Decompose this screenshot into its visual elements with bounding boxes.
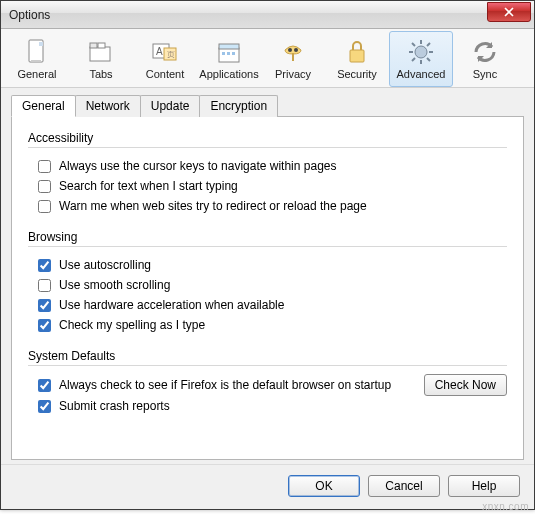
close-icon — [504, 7, 514, 17]
category-privacy[interactable]: Privacy — [261, 31, 325, 87]
svg-rect-1 — [31, 60, 41, 62]
window-title: Options — [9, 8, 487, 22]
default-browser-row: Always check to see if Firefox is the de… — [28, 374, 507, 396]
svg-point-19 — [415, 46, 427, 58]
close-button[interactable] — [487, 2, 531, 22]
checkbox[interactable] — [38, 160, 51, 173]
svg-line-27 — [412, 58, 415, 61]
checkbox-label: Use hardware acceleration when available — [59, 298, 284, 312]
category-sync[interactable]: Sync — [453, 31, 517, 87]
svg-rect-17 — [292, 53, 294, 61]
applications-icon — [215, 38, 243, 66]
opt-crash-reports[interactable]: Submit crash reports — [28, 396, 507, 416]
general-icon — [23, 38, 51, 66]
opt-smooth-scroll[interactable]: Use smooth scrolling — [28, 275, 507, 295]
subtab-general[interactable]: General — [11, 95, 76, 117]
svg-rect-12 — [222, 52, 225, 55]
category-content[interactable]: A页 Content — [133, 31, 197, 87]
category-label: Applications — [199, 68, 258, 80]
sync-icon — [471, 38, 499, 66]
checkbox-label: Always check to see if Firefox is the de… — [59, 378, 391, 392]
category-label: Advanced — [397, 68, 446, 80]
svg-text:页: 页 — [167, 50, 175, 59]
checkbox[interactable] — [38, 180, 51, 193]
checkbox[interactable] — [38, 299, 51, 312]
content-area: General Network Update Encryption Access… — [1, 88, 534, 464]
checkbox[interactable] — [38, 319, 51, 332]
subtab-network[interactable]: Network — [75, 95, 141, 117]
svg-rect-5 — [98, 43, 105, 48]
checkbox[interactable] — [38, 259, 51, 272]
opt-hw-accel[interactable]: Use hardware acceleration when available — [28, 295, 507, 315]
checkbox[interactable] — [38, 200, 51, 213]
svg-line-26 — [427, 43, 430, 46]
tabs-icon — [87, 38, 115, 66]
group-title: Browsing — [28, 230, 507, 247]
svg-rect-3 — [90, 47, 110, 61]
category-general[interactable]: General — [5, 31, 69, 87]
svg-rect-13 — [227, 52, 230, 55]
category-security[interactable]: Security — [325, 31, 389, 87]
panel-general: Accessibility Always use the cursor keys… — [11, 116, 524, 460]
category-toolbar: General Tabs A页 Content Applications Pri… — [1, 29, 534, 88]
category-label: Content — [146, 68, 185, 80]
category-tabs[interactable]: Tabs — [69, 31, 133, 87]
subtab-update[interactable]: Update — [140, 95, 201, 117]
opt-warn-redirect[interactable]: Warn me when web sites try to redirect o… — [28, 196, 507, 216]
svg-rect-2 — [39, 42, 43, 46]
checkbox-label: Submit crash reports — [59, 399, 170, 413]
checkbox-label: Always use the cursor keys to navigate w… — [59, 159, 336, 173]
checkbox-label: Warn me when web sites try to redirect o… — [59, 199, 367, 213]
help-button[interactable]: Help — [448, 475, 520, 497]
checkbox-label: Use smooth scrolling — [59, 278, 170, 292]
checkbox[interactable] — [38, 379, 51, 392]
category-label: Tabs — [89, 68, 112, 80]
category-applications[interactable]: Applications — [197, 31, 261, 87]
category-label: Sync — [473, 68, 497, 80]
opt-autoscroll[interactable]: Use autoscrolling — [28, 255, 507, 275]
cancel-button[interactable]: Cancel — [368, 475, 440, 497]
category-label: General — [17, 68, 56, 80]
ok-button[interactable]: OK — [288, 475, 360, 497]
group-system-defaults: System Defaults Always check to see if F… — [28, 349, 507, 416]
svg-line-24 — [412, 43, 415, 46]
svg-line-25 — [427, 58, 430, 61]
check-now-button[interactable]: Check Now — [424, 374, 507, 396]
checkbox[interactable] — [38, 400, 51, 413]
svg-text:A: A — [156, 46, 163, 57]
svg-point-16 — [294, 48, 298, 52]
dialog-footer: OK Cancel Help — [1, 464, 534, 509]
security-icon — [343, 38, 371, 66]
category-label: Security — [337, 68, 377, 80]
options-window: Options General Tabs A页 Content Applicat… — [0, 0, 535, 510]
privacy-icon — [279, 38, 307, 66]
svg-rect-4 — [90, 43, 97, 48]
opt-search-typing[interactable]: Search for text when I start typing — [28, 176, 507, 196]
svg-rect-14 — [232, 52, 235, 55]
watermark: xnxn.com — [482, 501, 529, 512]
checkbox-label: Search for text when I start typing — [59, 179, 238, 193]
subtabs: General Network Update Encryption — [11, 95, 524, 117]
category-label: Privacy — [275, 68, 311, 80]
group-accessibility: Accessibility Always use the cursor keys… — [28, 131, 507, 216]
titlebar: Options — [1, 1, 534, 29]
checkbox-label: Use autoscrolling — [59, 258, 151, 272]
group-browsing: Browsing Use autoscrolling Use smooth sc… — [28, 230, 507, 335]
checkbox[interactable] — [38, 279, 51, 292]
subtab-encryption[interactable]: Encryption — [199, 95, 278, 117]
checkbox-label: Check my spelling as I type — [59, 318, 205, 332]
opt-spellcheck[interactable]: Check my spelling as I type — [28, 315, 507, 335]
content-icon: A页 — [151, 38, 179, 66]
category-advanced[interactable]: Advanced — [389, 31, 453, 87]
svg-point-15 — [288, 48, 292, 52]
group-title: System Defaults — [28, 349, 507, 366]
opt-default-browser[interactable]: Always check to see if Firefox is the de… — [28, 375, 424, 395]
svg-rect-18 — [350, 50, 364, 62]
svg-rect-11 — [219, 44, 239, 49]
group-title: Accessibility — [28, 131, 507, 148]
advanced-icon — [407, 38, 435, 66]
opt-cursor-keys[interactable]: Always use the cursor keys to navigate w… — [28, 156, 507, 176]
